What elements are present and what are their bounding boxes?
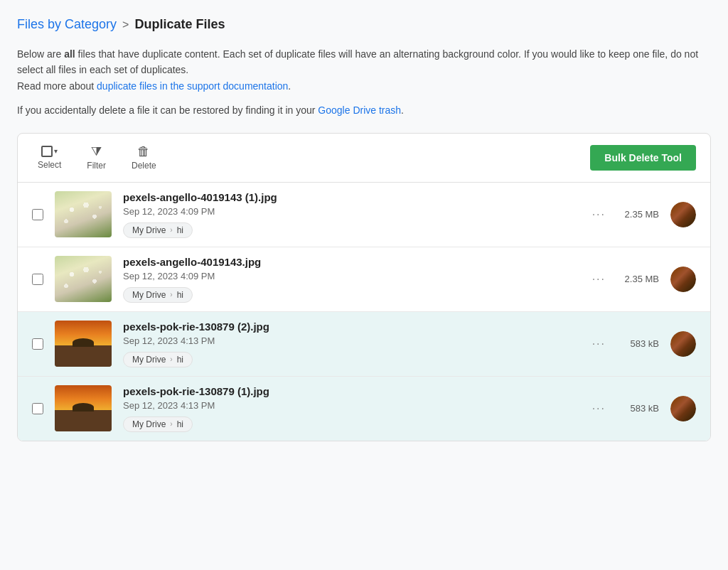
- path-pill: My Drive › hi: [123, 416, 193, 432]
- file-date: Sep 12, 2023 4:13 PM: [123, 400, 578, 411]
- path-chevron-icon: ›: [170, 226, 172, 234]
- table-row: pexels-angello-4019143 (1).jpg Sep 12, 2…: [18, 183, 710, 247]
- breadcrumb: Files by Category > Duplicate Files: [17, 17, 711, 32]
- file-size: 583 kB: [620, 403, 659, 414]
- delete-label: Delete: [132, 161, 156, 171]
- file-thumbnail: [55, 385, 112, 431]
- breadcrumb-current: Duplicate Files: [134, 17, 225, 32]
- desc-support-link[interactable]: duplicate files in the support documenta…: [97, 80, 288, 92]
- file-thumbnail: [55, 256, 112, 302]
- file-thumbnail: [55, 321, 112, 367]
- file-list: pexels-angello-4019143 (1).jpg Sep 12, 2…: [18, 183, 710, 441]
- select-button[interactable]: ▾ Select: [32, 143, 67, 173]
- file-size: 2.35 MB: [620, 274, 659, 284]
- bulk-delete-button[interactable]: Bulk Delete Tool: [590, 145, 696, 171]
- user-avatar: [670, 267, 696, 292]
- file-path: My Drive › hi: [123, 352, 578, 367]
- desc-read-more-prefix: Read more about: [17, 80, 97, 92]
- file-info: pexels-angello-4019143 (1).jpg Sep 12, 2…: [123, 191, 578, 238]
- toolbar-left: ▾ Select ⧩ Filter 🗑 Delete: [32, 142, 573, 173]
- path-sub: hi: [177, 419, 183, 429]
- row-checkbox[interactable]: [32, 338, 43, 350]
- path-root: My Drive: [132, 290, 166, 300]
- file-actions: ··· 583 kB: [589, 331, 696, 357]
- path-sub: hi: [177, 290, 183, 300]
- path-sub: hi: [177, 225, 183, 235]
- avatar: [670, 396, 696, 421]
- desc-restore-suffix: .: [401, 104, 404, 116]
- filter-icon: ⧩: [91, 145, 102, 158]
- more-options-button[interactable]: ···: [589, 205, 609, 224]
- delete-button[interactable]: 🗑 Delete: [126, 142, 162, 173]
- file-size: 583 kB: [620, 338, 659, 349]
- filter-label: Filter: [87, 161, 106, 171]
- file-date: Sep 12, 2023 4:09 PM: [123, 206, 578, 217]
- file-actions: ··· 2.35 MB: [589, 267, 696, 292]
- file-name: pexels-angello-4019143 (1).jpg: [123, 191, 578, 203]
- file-size: 2.35 MB: [620, 209, 659, 220]
- path-chevron-icon: ›: [170, 420, 172, 428]
- breadcrumb-link[interactable]: Files by Category: [17, 17, 117, 32]
- user-avatar: [670, 202, 696, 227]
- path-chevron-icon: ›: [170, 355, 172, 363]
- path-root: My Drive: [132, 225, 166, 235]
- file-name: pexels-pok-rie-130879 (1).jpg: [123, 385, 578, 397]
- file-date: Sep 12, 2023 4:13 PM: [123, 335, 578, 346]
- user-avatar: [670, 331, 696, 357]
- avatar: [670, 331, 696, 357]
- filter-button[interactable]: ⧩ Filter: [81, 142, 112, 173]
- more-options-button[interactable]: ···: [589, 399, 609, 418]
- file-info: pexels-pok-rie-130879 (2).jpg Sep 12, 20…: [123, 321, 578, 367]
- desc-restore-prefix: If you accidentally delete a file it can…: [17, 104, 318, 116]
- path-root: My Drive: [132, 419, 166, 429]
- path-root: My Drive: [132, 355, 166, 365]
- avatar: [670, 267, 696, 292]
- desc-intro2: files that have duplicate content. Each …: [17, 48, 698, 75]
- table-row: pexels-pok-rie-130879 (1).jpg Sep 12, 20…: [18, 377, 710, 441]
- desc-bold: all: [64, 48, 75, 60]
- file-path: My Drive › hi: [123, 287, 578, 303]
- select-icon-row: ▾: [41, 146, 58, 157]
- user-avatar: [670, 396, 696, 421]
- path-pill: My Drive › hi: [123, 222, 193, 238]
- table-row: pexels-pok-rie-130879 (2).jpg Sep 12, 20…: [18, 312, 710, 377]
- file-date: Sep 12, 2023 4:09 PM: [123, 271, 578, 281]
- avatar: [670, 202, 696, 227]
- select-label: Select: [38, 160, 61, 170]
- path-chevron-icon: ›: [170, 291, 172, 299]
- more-options-button[interactable]: ···: [589, 335, 609, 353]
- chevron-down-icon: ▾: [54, 147, 58, 155]
- trash-icon: 🗑: [137, 145, 150, 158]
- file-info: pexels-angello-4019143.jpg Sep 12, 2023 …: [123, 256, 578, 303]
- file-path: My Drive › hi: [123, 416, 578, 432]
- path-pill: My Drive › hi: [123, 352, 193, 367]
- file-name: pexels-pok-rie-130879 (2).jpg: [123, 321, 578, 333]
- row-checkbox[interactable]: [32, 274, 43, 285]
- file-info: pexels-pok-rie-130879 (1).jpg Sep 12, 20…: [123, 385, 578, 432]
- main-panel: ▾ Select ⧩ Filter 🗑 Delete Bulk Delete T…: [17, 133, 711, 441]
- description-block: Below are all files that have duplicate …: [17, 46, 711, 119]
- toolbar: ▾ Select ⧩ Filter 🗑 Delete Bulk Delete T…: [18, 134, 710, 183]
- desc-trash-link[interactable]: Google Drive trash: [318, 104, 401, 116]
- file-actions: ··· 2.35 MB: [589, 202, 696, 227]
- breadcrumb-separator: >: [122, 18, 129, 31]
- desc-intro: Below are: [17, 48, 64, 60]
- select-checkbox-icon: [41, 146, 53, 157]
- row-checkbox[interactable]: [32, 403, 43, 414]
- desc-period: .: [288, 80, 291, 92]
- table-row: pexels-angello-4019143.jpg Sep 12, 2023 …: [18, 247, 710, 312]
- file-actions: ··· 583 kB: [589, 396, 696, 421]
- row-checkbox[interactable]: [32, 209, 43, 220]
- path-pill: My Drive › hi: [123, 287, 193, 303]
- file-path: My Drive › hi: [123, 222, 578, 238]
- path-sub: hi: [177, 355, 183, 365]
- more-options-button[interactable]: ···: [589, 270, 609, 289]
- file-thumbnail: [55, 191, 112, 237]
- file-name: pexels-angello-4019143.jpg: [123, 256, 578, 268]
